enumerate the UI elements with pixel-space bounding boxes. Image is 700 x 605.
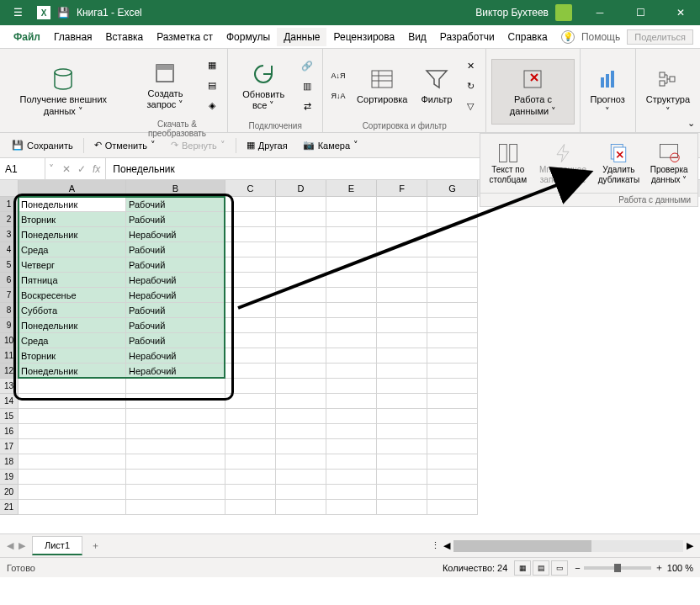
cell[interactable] [126, 439, 225, 454]
cell[interactable] [377, 318, 427, 333]
cell[interactable] [276, 318, 326, 333]
cell[interactable]: Пятница [19, 273, 126, 288]
cell[interactable] [276, 333, 326, 348]
row-header[interactable]: 18 [0, 454, 19, 470]
cell[interactable] [326, 197, 377, 212]
get-external-data-button[interactable]: Получение внешних данных ˅ [5, 59, 122, 125]
cell[interactable] [126, 454, 225, 470]
zoom-out-button[interactable]: − [575, 563, 580, 573]
hscroll-right[interactable]: ▶ [687, 540, 693, 551]
menu-layout[interactable]: Разметка ст [150, 28, 220, 46]
properties-button[interactable]: ▥ [298, 77, 316, 95]
menu-insert[interactable]: Вставка [99, 28, 151, 46]
cell[interactable] [225, 379, 276, 394]
maximize-button[interactable]: ☐ [621, 0, 660, 25]
cell[interactable]: Среда [19, 333, 126, 348]
collapse-ribbon-button[interactable]: ⌄ [687, 118, 695, 129]
cell[interactable] [225, 242, 276, 257]
cell[interactable] [427, 303, 478, 318]
col-header-F[interactable]: F [377, 180, 427, 197]
cell[interactable]: Воскресенье [19, 288, 126, 303]
refresh-all-button[interactable]: Обновить все ˅ [233, 53, 294, 119]
qat-other-button[interactable]: ▦Другая [241, 138, 293, 152]
cell[interactable]: Понедельник [19, 227, 126, 242]
cell[interactable] [276, 364, 326, 379]
row-header[interactable]: 13 [0, 379, 19, 394]
row-header[interactable]: 1 [0, 197, 19, 212]
cell[interactable] [377, 379, 427, 394]
cell[interactable]: Рабочий [126, 212, 225, 227]
cell[interactable] [276, 212, 326, 227]
edit-links-button[interactable]: ⇄ [298, 97, 316, 115]
row-header[interactable]: 10 [0, 333, 19, 348]
row-header[interactable]: 21 [0, 500, 19, 515]
cell[interactable]: Нерабочий [126, 273, 225, 288]
cell[interactable] [225, 212, 276, 227]
cell[interactable] [225, 439, 276, 454]
cell[interactable]: Суббота [19, 303, 126, 318]
cell[interactable] [276, 424, 326, 439]
cell[interactable]: Среда [19, 242, 126, 257]
cell[interactable] [427, 197, 478, 212]
menu-home[interactable]: Главная [47, 28, 99, 46]
cell[interactable] [126, 424, 225, 439]
select-all-corner[interactable] [0, 180, 19, 197]
cell[interactable] [326, 470, 377, 485]
cell[interactable] [225, 424, 276, 439]
cell[interactable] [377, 500, 427, 515]
qat-camera-button[interactable]: 📷Камера ˅ [298, 138, 363, 152]
cell[interactable] [427, 500, 478, 515]
advanced-filter-button[interactable]: ▽ [461, 97, 480, 115]
cell[interactable] [427, 424, 478, 439]
cell[interactable] [276, 303, 326, 318]
cell[interactable] [225, 394, 276, 409]
data-tools-button[interactable]: Работа с данными ˅ [491, 59, 574, 125]
cell[interactable]: Нерабочий [126, 288, 225, 303]
cell[interactable] [225, 470, 276, 485]
cell[interactable]: Нерабочий [126, 348, 225, 364]
text-to-columns-button[interactable]: Текст по столбцам [484, 140, 533, 187]
cell[interactable] [377, 273, 427, 288]
add-sheet-button[interactable]: ＋ [82, 536, 109, 555]
hscroll-track[interactable] [453, 540, 683, 552]
row-header[interactable]: 6 [0, 273, 19, 288]
cell[interactable] [276, 409, 326, 424]
hscroll-thumb[interactable] [453, 540, 591, 552]
cell[interactable] [126, 500, 225, 515]
cell[interactable] [377, 394, 427, 409]
cell[interactable] [276, 470, 326, 485]
cell[interactable]: Рабочий [126, 318, 225, 333]
cell[interactable] [225, 348, 276, 364]
cell[interactable] [326, 288, 377, 303]
cell[interactable] [225, 257, 276, 273]
cell[interactable] [427, 273, 478, 288]
row-header[interactable]: 9 [0, 318, 19, 333]
menu-data[interactable]: Данные [277, 28, 326, 46]
row-header[interactable]: 14 [0, 394, 19, 409]
help-button[interactable]: Помощь [581, 31, 620, 43]
cell[interactable] [276, 197, 326, 212]
cell[interactable] [326, 454, 377, 470]
cell[interactable]: Четверг [19, 257, 126, 273]
qat-redo-button[interactable]: ↷Вернуть ˅ [166, 138, 231, 152]
tab-next-button[interactable]: ▶ [19, 540, 25, 551]
lightbulb-icon[interactable]: 💡 [561, 30, 575, 44]
cell[interactable] [427, 288, 478, 303]
cell[interactable] [377, 424, 427, 439]
cell[interactable] [377, 333, 427, 348]
view-page-layout-button[interactable]: ▤ [533, 560, 549, 576]
row-header[interactable]: 20 [0, 485, 19, 500]
cell[interactable] [326, 212, 377, 227]
system-menu-icon[interactable]: ☰ [5, 0, 30, 25]
cell[interactable]: Рабочий [126, 242, 225, 257]
col-header-C[interactable]: C [225, 180, 276, 197]
zoom-in-button[interactable]: ＋ [655, 561, 664, 574]
row-header[interactable]: 4 [0, 242, 19, 257]
cell[interactable]: Вторник [19, 348, 126, 364]
cell[interactable] [427, 333, 478, 348]
sort-za-button[interactable]: Я↓А [329, 87, 347, 105]
qat-undo-button[interactable]: ↶Отменить ˅ [89, 138, 161, 152]
cell[interactable] [326, 379, 377, 394]
spreadsheet[interactable]: ABCDEFG 12345678910111213141516171819202… [0, 180, 700, 533]
cell[interactable] [225, 303, 276, 318]
